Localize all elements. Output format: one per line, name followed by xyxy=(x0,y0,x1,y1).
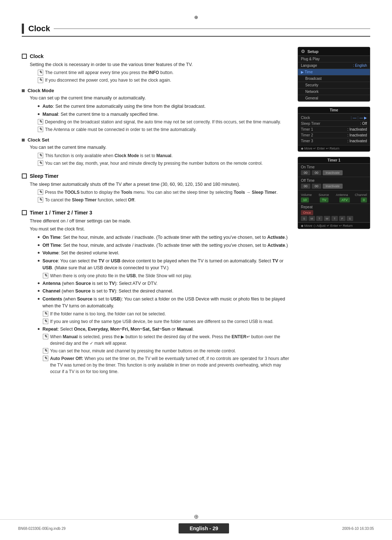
clock-set-intro: You can set the current time manually. xyxy=(30,144,290,151)
footer: BN68-02330E-00Eng.indb 29 English - 29 2… xyxy=(0,519,392,533)
sleep-timer-heading: Sleep Timer xyxy=(30,173,58,179)
clock-note-2: ✎ If you disconnect the power cord, you … xyxy=(38,77,290,83)
timer1-channel-label: Channel xyxy=(355,193,367,197)
timer-ontime-text: On Time: Set the hour, minute, and activ… xyxy=(42,234,287,241)
setup-row-security: Security xyxy=(298,82,370,89)
timer1-ontime-section: On Time 00 00 Inactivate xyxy=(298,164,370,177)
note-icon-10: ✎ xyxy=(43,311,48,316)
timer1-offtime-label: Off Time xyxy=(301,179,367,183)
time-panel-nav-text: ◆ Move ↵ Enter ↩ Return xyxy=(301,147,339,150)
time-timer3-label: Timer 3 xyxy=(301,139,313,143)
clock-mode-bullet-manual: Manual: Set the current time to a manual… xyxy=(38,111,290,118)
clock-mode-note-1-text: Depending on the broadcast station and s… xyxy=(45,119,281,125)
timer-bullet-volume: Volume: Set the desired volume level. xyxy=(38,250,290,257)
timer-header: Timer 1 / Timer 2 / Timer 3 xyxy=(22,210,290,216)
clock-checkbox-icon xyxy=(22,54,27,59)
timer1-offtime-section: Off Time 00 00 Inactivate xyxy=(298,177,370,191)
time-clock-row: Clock : — : — ▶ xyxy=(301,115,367,121)
clock-set-note-1: ✎ This function is only available when C… xyxy=(38,152,290,159)
timer1-panel-nav-text: ◆ Move ◇ Adjust ↵ Enter ↩ Return xyxy=(301,224,353,228)
timer-note-folder-2: ✎ If you are using two of the same type … xyxy=(43,318,290,325)
timer-offtime-text: Off Time: Set the hour, minute, and acti… xyxy=(42,242,288,249)
timer1-antenna-label: Antenna xyxy=(336,193,348,197)
time-timer1-value: : Inactivated xyxy=(347,127,367,131)
sleep-timer-intro: The sleep timer automatically shuts off … xyxy=(30,181,290,188)
sleep-timer-content: The sleep timer automatically shuts off … xyxy=(30,181,290,203)
footer-center: English - 29 xyxy=(179,523,229,533)
timer1-offtime-hour: 00 xyxy=(301,184,310,189)
timer1-ontime-controls: 00 00 Inactivate xyxy=(301,170,367,175)
timer-intro-2: You must set the clock first. xyxy=(30,226,290,233)
note-icon-14: ✎ xyxy=(43,356,48,361)
timer-heading: Timer 1 / Timer 2 / Timer 3 xyxy=(30,210,92,216)
clock-mode-manual-text: Manual: Set the current time to a manual… xyxy=(42,111,159,118)
clock-mode-square-icon xyxy=(22,89,25,92)
section-title: Clock xyxy=(22,24,370,37)
timer1-ontime-label: On Time xyxy=(301,165,367,169)
note-icon-1: ✎ xyxy=(38,70,43,75)
time-panel-rows: Clock : — : — ▶ Sleep Timer : Off Timer … xyxy=(298,114,370,145)
timer-note-usb-1-text: When there is only one photo file in the… xyxy=(50,273,192,279)
footer-right-text: 2009-6-10 16:33:05 xyxy=(342,527,374,531)
title-underline xyxy=(54,28,370,29)
timer1-repeat-section: Repeat Once S M T W T F S xyxy=(298,204,370,222)
bullet-dot xyxy=(38,244,40,246)
clock-mode-header: Clock Mode xyxy=(22,88,290,93)
note-icon-9: ✎ xyxy=(43,273,48,278)
timer1-vsac-labels: Volume Source Antenna Channel xyxy=(301,193,367,197)
time-timer2-label: Timer 2 xyxy=(301,133,313,137)
timer-note-folder-2-text: If you are using two of the same type US… xyxy=(50,318,273,325)
page-title: Clock xyxy=(28,24,50,33)
time-sleep-value: : Off xyxy=(360,122,367,126)
timer1-channel-value: 0 xyxy=(361,197,367,202)
compass-top-icon: ⊕ xyxy=(22,15,370,20)
setup-row-general: General xyxy=(298,95,370,101)
sleep-timer-checkbox-icon xyxy=(22,173,27,179)
clock-set-note-2-text: You can set the day, month, year, hour a… xyxy=(45,160,263,167)
sleep-timer-note-2: ✎ To cancel the Sleep Timer function, se… xyxy=(38,197,290,203)
footer-english-label: English - xyxy=(189,525,212,531)
timer-note-usb-1: ✎ When there is only one photo file in t… xyxy=(43,273,290,279)
setup-row-plugplay: Plug & Play xyxy=(298,56,370,62)
clock-mode-intro: You can set up the current time manually… xyxy=(30,95,290,102)
timer-bullet-offtime: Off Time: Set the hour, minute, and acti… xyxy=(38,242,290,249)
right-column: ⚙ Setup Plug & Play Language : English ▶… xyxy=(298,47,370,376)
setup-row-broadcast: Broadcast xyxy=(298,75,370,82)
clock-intro-area: Setting the clock is necessary in order … xyxy=(30,61,290,83)
clock-mode-heading: Clock Mode xyxy=(28,88,54,93)
timer1-offtime-activate: Inactivate xyxy=(323,184,343,189)
clock-note-1-text: The current time will appear every time … xyxy=(45,69,173,76)
timer1-vsac-values: 10 TV ATV 0 xyxy=(301,197,367,202)
timer1-repeat-value: Once xyxy=(301,210,313,215)
timer-source-text: Source: You can select the TV or USB dev… xyxy=(42,258,290,271)
setup-row-language: Language : English xyxy=(298,62,370,69)
setup-panel-icon: ⚙ xyxy=(301,49,305,54)
day-tue: T xyxy=(316,216,323,221)
timer-bullet-channel: Channel (when Source is set to TV): Sele… xyxy=(38,288,290,295)
time-timer1-row: Timer 1 : Inactivated xyxy=(301,127,367,132)
timer-bullet-repeat: Repeat: Select Once, Everyday, Mon~Fri, … xyxy=(38,326,290,333)
sleep-timer-header: Sleep Timer xyxy=(22,173,290,179)
setup-panel-header: ⚙ Setup xyxy=(298,47,370,56)
time-clock-label: Clock xyxy=(301,116,310,120)
time-timer3-value: : Inactivated xyxy=(347,139,367,143)
timer1-source-value: TV xyxy=(320,197,328,202)
time-timer3-row: Timer 3 : Inactivated xyxy=(301,138,367,144)
clock-note-2-text: If you disconnect the power cord, you ha… xyxy=(45,77,171,83)
timer-contents-text: Contents (when Source is set to USB): Yo… xyxy=(42,296,290,310)
timer1-ontime-hour: 00 xyxy=(301,170,310,175)
note-icon-8: ✎ xyxy=(38,197,43,202)
timer-volume-text: Volume: Set the desired volume level. xyxy=(42,250,119,257)
clock-mode-bullets: Auto: Set the current time automatically… xyxy=(38,103,290,118)
time-panel-title: Time xyxy=(298,107,370,114)
timer1-repeat-value-row: Once xyxy=(301,210,367,215)
time-timer2-row: Timer 2 : Inactivated xyxy=(301,132,367,138)
timer1-offtime-controls: 00 00 Inactivate xyxy=(301,184,367,189)
clock-set-heading: Clock Set xyxy=(28,137,49,143)
setup-network-label: Network xyxy=(301,90,319,94)
title-bar-decoration xyxy=(22,24,24,34)
clock-set-note-1-text: This function is only available when Clo… xyxy=(45,152,173,159)
bullet-dot xyxy=(38,290,40,292)
bullet-dot xyxy=(38,260,40,262)
timer1-repeat-days: S M T W T F S xyxy=(301,216,367,221)
